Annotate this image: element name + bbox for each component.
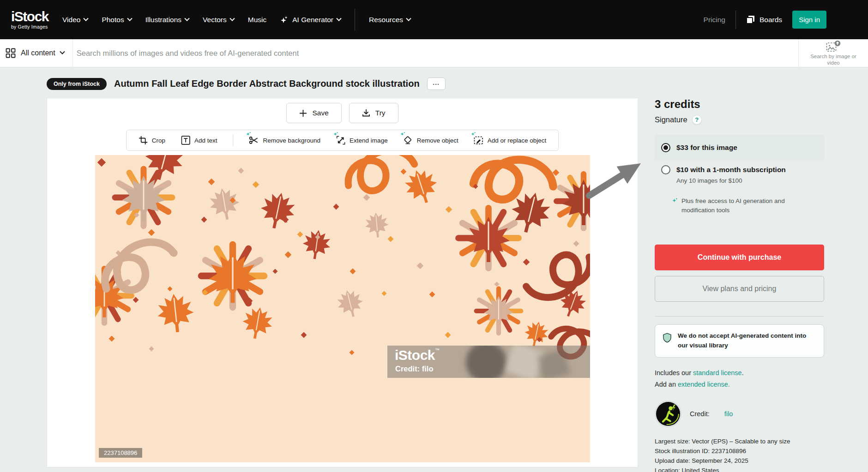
credits-heading: 3 credits	[655, 98, 824, 111]
boards-icon	[746, 15, 755, 24]
save-label: Save	[312, 109, 328, 117]
autumn-leaves-artwork: .a{stroke:#e8762b}.b{stroke:#b9472f}.c{s…	[95, 155, 590, 462]
extended-license-link[interactable]: extended license.	[678, 381, 730, 388]
detail-largest-size: Largest size: Vector (EPS) – Scalable to…	[655, 436, 824, 446]
sidebar-divider	[655, 316, 824, 317]
tool-crop[interactable]: Crop	[139, 136, 165, 145]
chevron-down-icon	[60, 49, 65, 54]
tool-label: Crop	[152, 137, 165, 144]
tool-label: Add text	[194, 137, 217, 144]
tier-row: Signature ?	[655, 115, 824, 125]
ai-sparkle-icon	[471, 131, 476, 138]
nav-item-illustrations[interactable]: Illustrations	[145, 16, 189, 24]
credit-label: Credit:	[690, 410, 710, 418]
radio-unselected-icon[interactable]	[661, 165, 670, 174]
add-text-icon	[181, 136, 190, 145]
watermark-blur-shape	[466, 346, 506, 378]
page-content: Only from iStock Autumn Fall Leaf Edge B…	[0, 67, 868, 472]
price-option-subscription[interactable]: $10 with a 1-month subscription Any 10 i…	[655, 165, 824, 184]
stock-illustration-preview[interactable]: .a{stroke:#e8762b}.b{stroke:#b9472f}.c{s…	[95, 155, 590, 462]
search-bar: All content Search by image or video	[0, 39, 868, 67]
nav-divider	[355, 9, 355, 31]
sparkle-icon	[280, 16, 289, 24]
annotation-arrow-icon	[585, 153, 655, 199]
contributor-credit-row: Credit: filo	[655, 400, 824, 427]
search-by-image-button[interactable]: Search by image or video	[799, 38, 868, 68]
nav-item-vectors[interactable]: Vectors	[203, 16, 234, 24]
chevron-down-icon	[336, 16, 341, 21]
tool-add-replace-object[interactable]: Add or replace object	[474, 136, 547, 145]
nav-label: Photos	[102, 16, 124, 24]
istock-logo[interactable]: iStock by Getty Images	[11, 10, 48, 30]
help-icon[interactable]: ?	[692, 115, 702, 125]
image-id-tag: 2237108896	[99, 448, 142, 458]
extended-license-line: Add an extended license.	[655, 381, 824, 388]
tool-add-text[interactable]: Add text	[181, 136, 217, 145]
price-option-single[interactable]: $33 for this image	[655, 135, 824, 160]
nav-label: AI Generator	[292, 16, 333, 24]
ai-access-note: Plus free access to AI generation and mo…	[672, 197, 801, 215]
tool-remove-object[interactable]: Remove object	[404, 136, 458, 145]
watermark-brand: iStock™	[395, 347, 440, 363]
nav-divider	[735, 11, 736, 29]
chevron-down-icon	[184, 16, 189, 21]
contributor-link[interactable]: filo	[724, 410, 733, 418]
tool-extend-image[interactable]: Extend image	[336, 136, 388, 145]
viewer-buttons: Save Try	[47, 103, 638, 123]
standard-license-line: Includes our standard license.	[655, 369, 824, 376]
main-menu: Video Photos Illustrations Vectors Music…	[62, 9, 410, 31]
ai-content-notice: We do not accept AI-generated content in…	[655, 324, 824, 358]
download-icon	[362, 109, 370, 117]
nav-right-group: Pricing Boards Sign in	[704, 11, 826, 29]
ai-note-text: Plus free access to AI generation and mo…	[681, 197, 801, 215]
ai-sparkle-icon	[246, 131, 252, 138]
radio-selected-icon[interactable]	[661, 143, 670, 152]
asset-viewer-card: Save Try Crop Add text Remove background	[47, 98, 638, 467]
nav-label: Resources	[369, 16, 403, 24]
detail-location: Location: United States	[655, 466, 824, 472]
view-plans-button[interactable]: View plans and pricing	[655, 276, 824, 302]
chevron-down-icon	[229, 16, 235, 21]
nav-label: Music	[248, 16, 266, 24]
nav-item-photos[interactable]: Photos	[102, 16, 131, 24]
search-input[interactable]	[73, 49, 798, 58]
content-scope-dropdown[interactable]: All content	[0, 48, 72, 58]
nav-item-video[interactable]: Video	[62, 16, 88, 24]
tool-remove-background[interactable]: Remove background	[249, 136, 321, 145]
nav-label: Vectors	[203, 16, 227, 24]
chevron-down-icon	[127, 16, 132, 21]
save-button[interactable]: Save	[286, 103, 341, 123]
page-title: Autumn Fall Leaf Edge Border Abstract Ba…	[114, 78, 420, 89]
notice-text: We do not accept AI-generated content in…	[678, 331, 816, 351]
detail-stock-id: Stock illustration ID: 2237108896	[655, 446, 824, 456]
tool-label: Extend image	[350, 137, 388, 144]
nav-item-ai-generator[interactable]: AI Generator	[280, 16, 341, 24]
more-options-button[interactable]: ...	[427, 78, 446, 90]
crop-icon	[139, 136, 148, 145]
ai-sparkle-icon	[333, 131, 338, 138]
nav-label: Video	[62, 16, 80, 24]
try-label: Try	[375, 109, 386, 117]
title-row: Only from iStock Autumn Fall Leaf Edge B…	[47, 78, 446, 90]
chevron-down-icon	[406, 16, 411, 21]
shield-icon	[663, 331, 672, 344]
watermark-credit: Credit: filo	[395, 364, 434, 373]
chevron-down-icon	[84, 16, 89, 21]
standard-license-link[interactable]: standard license	[693, 369, 742, 376]
nav-item-pricing[interactable]: Pricing	[704, 16, 725, 24]
sign-in-button[interactable]: Sign in	[792, 11, 826, 29]
boards-button[interactable]: Boards	[746, 15, 782, 24]
logo-title: iStock	[11, 10, 48, 24]
nav-item-music[interactable]: Music	[248, 16, 266, 24]
asset-details: Largest size: Vector (EPS) – Scalable to…	[655, 436, 824, 472]
contributor-avatar[interactable]	[655, 400, 681, 427]
purchase-sidebar: 3 credits Signature ? $33 for this image…	[655, 98, 824, 472]
ai-sparkle-icon	[672, 197, 678, 203]
tool-label: Add or replace object	[488, 137, 547, 144]
continue-purchase-button[interactable]: Continue with purchase	[655, 245, 824, 270]
istock-watermark: iStock™ Credit: filo	[387, 346, 590, 378]
nav-item-resources[interactable]: Resources	[369, 16, 410, 24]
try-button[interactable]: Try	[349, 103, 398, 123]
logo-subtitle: by Getty Images	[11, 24, 48, 30]
search-by-label: Search by image or video	[810, 54, 856, 66]
